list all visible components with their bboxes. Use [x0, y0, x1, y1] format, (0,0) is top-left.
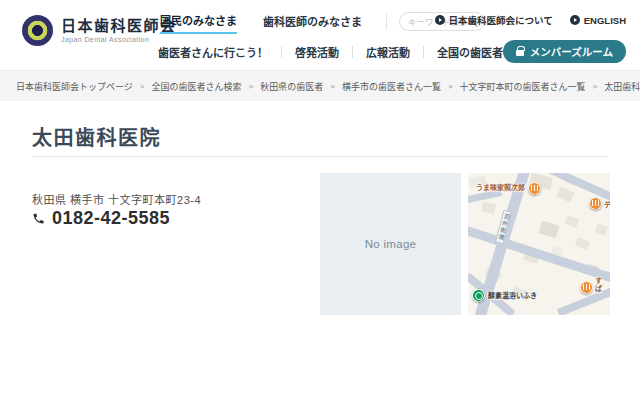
breadcrumb-current: 太田歯科医院: [604, 80, 640, 93]
breadcrumb-link-search[interactable]: 全国の歯医者さん検索: [152, 80, 242, 93]
nav-item-awareness[interactable]: 啓発活動: [282, 44, 352, 60]
map-embed[interactable]: 羽州街道 うま味家照次郎 デ すば 酵素温浴いふき: [468, 173, 610, 315]
nav-item-pr[interactable]: 広報活動: [353, 44, 423, 60]
tab-dentists[interactable]: 歯科医師のみなさま: [263, 10, 362, 33]
breadcrumb: 日本歯科医師会トップページ > 全国の歯医者さん検索 > 秋田県の歯医者 > 横…: [0, 70, 640, 101]
utility-links: 日本歯科医師会について ENGLISH: [435, 13, 626, 27]
nav-divider: [386, 14, 387, 30]
nav-item-go-to-dentist[interactable]: 歯医者さんに行こう！: [158, 44, 281, 60]
breadcrumb-link-jumonji[interactable]: 十文字町本町の歯医者さん一覧: [460, 80, 586, 93]
breadcrumb-link-yokote[interactable]: 横手市の歯医者さん一覧: [342, 80, 441, 93]
secondary-nav: 歯医者さんに行こう！ 啓発活動 広報活動 全国の歯医者さん検索: [158, 44, 560, 60]
clinic-photo-placeholder: No image: [320, 173, 461, 315]
about-jda-link[interactable]: 日本歯科医師会について: [435, 13, 553, 27]
breadcrumb-separator: >: [593, 82, 598, 91]
site-logo[interactable]: 日本歯科医師会 Japan Dental Association: [22, 15, 177, 46]
site-header: 日本歯科医師会 Japan Dental Association 国民のみなさま…: [0, 0, 640, 70]
lock-icon: [516, 50, 524, 56]
english-label: ENGLISH: [584, 15, 626, 26]
page: 日本歯科医師会 Japan Dental Association 国民のみなさま…: [0, 0, 640, 400]
breadcrumb-separator: >: [448, 82, 453, 91]
english-link[interactable]: ENGLISH: [570, 15, 626, 26]
map-poi-label: うま味家照次郎: [476, 184, 525, 192]
tab-citizens[interactable]: 国民のみなさま: [160, 9, 237, 34]
circle-arrow-icon: [435, 15, 445, 25]
about-jda-label: 日本歯科医師会について: [449, 13, 553, 27]
clinic-name-title: 太田歯科医院: [32, 122, 161, 151]
title-divider: [32, 156, 608, 157]
members-room-button[interactable]: メンバーズルーム: [503, 40, 626, 63]
members-room-label: メンバーズルーム: [530, 44, 613, 59]
map-marker-restaurant[interactable]: [528, 182, 541, 195]
map-marker-restaurant[interactable]: [580, 281, 593, 294]
breadcrumb-separator: >: [140, 82, 145, 91]
logo-subtitle: Japan Dental Association: [61, 36, 177, 43]
map-poi-label: すば: [595, 277, 604, 293]
map-marker-relaxation[interactable]: [472, 289, 485, 302]
clinic-phone-number: 0182-42-5585: [52, 208, 170, 229]
clinic-address: 秋田県 横手市 十文字町本町23-4: [32, 191, 201, 207]
map-poi-label: 酵素温浴いふき: [488, 292, 537, 300]
circle-arrow-icon: [570, 15, 580, 25]
no-image-label: No image: [365, 238, 417, 250]
breadcrumb-link-home[interactable]: 日本歯科医師会トップページ: [16, 80, 133, 93]
breadcrumb-separator: >: [330, 82, 335, 91]
breadcrumb-link-akita[interactable]: 秋田県の歯医者: [260, 80, 323, 93]
map-poi-label: デ: [604, 201, 610, 209]
phone-icon: [32, 212, 45, 225]
jda-emblem-icon: [22, 15, 53, 46]
clinic-phone-link[interactable]: 0182-42-5585: [32, 208, 170, 229]
breadcrumb-separator: >: [249, 82, 254, 91]
map-marker-restaurant[interactable]: [589, 197, 602, 210]
